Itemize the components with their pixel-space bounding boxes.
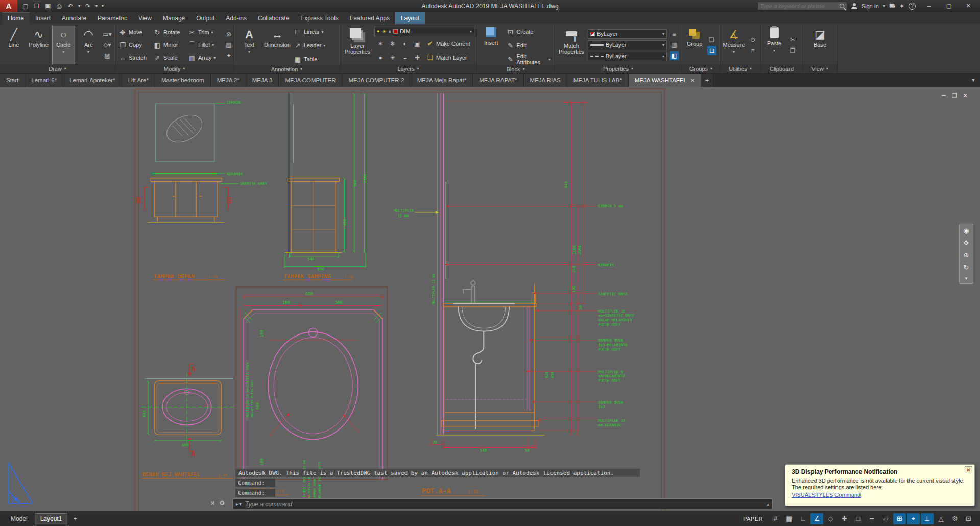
sign-in-button[interactable]: Sign In	[862, 3, 879, 9]
file-tab[interactable]: Master bedroom✕	[155, 74, 211, 87]
new-tab-button[interactable]: +	[701, 74, 713, 87]
snap-icon[interactable]: ▦	[783, 513, 796, 524]
table-button[interactable]: ▦Table	[292, 53, 327, 65]
tab-overflow-icon[interactable]: ▼	[967, 74, 980, 87]
erase-icon[interactable]: ⊘	[224, 30, 233, 39]
redo-caret-icon[interactable]: ▾	[94, 1, 99, 11]
line-button[interactable]: ╱Line	[2, 26, 26, 64]
file-tab[interactable]: Start✕	[0, 74, 25, 87]
lineweight-dropdown[interactable]: ByLayer▾	[588, 40, 667, 50]
selection-cycling-icon[interactable]: ⊞	[893, 513, 906, 524]
layer-unisolate-icon[interactable]: ◒	[400, 53, 410, 62]
ribbon-tab[interactable]: Manage	[157, 12, 190, 24]
minimize-button[interactable]: ─	[920, 0, 939, 12]
layer-thaw-all-icon[interactable]: ☀	[388, 53, 397, 62]
sign-in-caret-icon[interactable]: ▾	[883, 4, 885, 8]
transparency-display-icon[interactable]: ▱	[879, 513, 892, 524]
panel-label-layers[interactable]: Layers▾	[340, 64, 476, 73]
full-navigation-wheel-icon[interactable]: ◉	[963, 227, 969, 234]
drawing-minimize-icon[interactable]: ─	[942, 92, 946, 99]
ribbon-tab[interactable]: Parametric	[92, 12, 133, 24]
panel-label-properties[interactable]: Properties▾	[555, 64, 682, 73]
panel-label-annotation[interactable]: Annotation▾	[234, 65, 340, 73]
autocad-logo-icon[interactable]: A	[0, 0, 17, 12]
properties-toggle-icon[interactable]: ◧	[670, 51, 679, 60]
command-input[interactable]	[245, 500, 763, 508]
mirror-button[interactable]: ◧Mirror	[152, 39, 187, 52]
paper-space-toggle[interactable]: PAPER	[743, 516, 763, 522]
file-tab[interactable]: MEJA COMPUTER-2✕	[342, 74, 411, 87]
array-button[interactable]: ▦Array▾	[187, 52, 222, 64]
navbar-more-icon[interactable]: ▾	[965, 276, 968, 281]
ribbon-tab[interactable]: Collaborate	[252, 12, 295, 24]
user-icon[interactable]	[851, 3, 857, 9]
file-tab[interactable]: MEJA WASHTAFEL✕	[629, 74, 702, 87]
command-prompt-icon[interactable]: ▸▾	[236, 501, 242, 507]
new-file-icon[interactable]: ▢	[20, 1, 31, 11]
stay-connected-icon[interactable]: ✦	[899, 3, 904, 10]
insert-button[interactable]: Insert	[479, 26, 503, 65]
search-box[interactable]	[757, 2, 847, 10]
match-properties-button[interactable]: Match Properties	[557, 26, 586, 64]
group-button[interactable]: Group	[684, 26, 705, 64]
make-current-button[interactable]: ✔Make Current	[425, 40, 471, 48]
ortho-icon[interactable]: ∟	[797, 513, 809, 524]
cut-icon[interactable]: ✂	[788, 35, 797, 44]
id-point-icon[interactable]: ⊙	[748, 35, 757, 44]
fillet-button[interactable]: ⌒Fillet▾	[187, 39, 222, 52]
layer-isolate-icon[interactable]: ◐	[400, 39, 410, 49]
grid-icon[interactable]: #	[769, 513, 782, 524]
ribbon-tab[interactable]: Insert	[30, 12, 56, 24]
panel-label-modify[interactable]: Modify▾	[115, 64, 233, 73]
drawing-restore-icon[interactable]: ❐	[952, 92, 957, 99]
scale-button[interactable]: ⇗Scale	[152, 52, 187, 64]
lineweight-display-icon[interactable]: ━	[866, 513, 878, 524]
qat-menu-icon[interactable]: ▾	[100, 1, 105, 11]
group-selection-icon[interactable]: ⊟	[707, 46, 716, 55]
layer-freeze-icon[interactable]: ❄	[388, 39, 397, 49]
ungroup-icon[interactable]: ❑	[707, 35, 716, 44]
panel-label-utilities[interactable]: Utilities▾	[720, 64, 760, 73]
layer-state-icon[interactable]: ▣	[413, 39, 422, 49]
file-tab[interactable]: MEJA TULIS LAB*✕	[567, 74, 629, 87]
undo-icon[interactable]: ↶	[65, 1, 76, 11]
orbit-icon[interactable]: ↻	[964, 264, 969, 271]
open-file-icon[interactable]: ❒	[32, 1, 42, 11]
quick-select-icon[interactable]: ≡	[748, 46, 757, 55]
undo-caret-icon[interactable]: ▾	[77, 1, 82, 11]
dimension-button[interactable]: ↔Dimension	[264, 26, 291, 65]
text-button[interactable]: AText▾	[236, 26, 262, 65]
measure-button[interactable]: ∡Measure▾	[722, 26, 746, 64]
help-icon[interactable]: ?	[909, 3, 916, 10]
explode-icon[interactable]: ▧	[224, 40, 233, 50]
edit-attributes-button[interactable]: ✎Edit Attributes▾	[505, 53, 552, 65]
ribbon-tab[interactable]: Annotate	[56, 12, 92, 24]
panel-label-clipboard[interactable]: Clipboard	[761, 64, 802, 73]
panel-label-draw[interactable]: Draw▾	[0, 64, 115, 73]
3d-object-snap-icon[interactable]: ⌖	[907, 513, 920, 524]
circle-button[interactable]: ○Circle▾	[52, 26, 76, 64]
file-tab[interactable]: MEJA RIAS✕	[524, 74, 567, 87]
clean-screen-icon[interactable]: ⊡	[962, 513, 975, 524]
app-store-icon[interactable]: ⛟	[889, 3, 895, 10]
customization-gear-icon[interactable]: ⚙	[948, 513, 961, 524]
file-tab[interactable]: Lemari-6*✕	[25, 74, 63, 87]
layer-dropdown[interactable]: ● ☀ ∎ DIM ▾	[374, 27, 474, 36]
panel-label-block[interactable]: Block▾	[477, 65, 554, 73]
model-tab[interactable]: Model	[5, 513, 33, 524]
file-tab[interactable]: MEJA 3✕	[246, 74, 279, 87]
layout1-tab[interactable]: Layout1	[35, 513, 68, 524]
match-layer-button[interactable]: ❏Match Layer	[425, 54, 468, 62]
linear-button[interactable]: ⊢Linear▾	[292, 26, 327, 38]
command-customize-icon[interactable]: ⚙	[219, 499, 225, 507]
copy-clip-icon[interactable]: ❐	[788, 46, 797, 55]
new-layout-button[interactable]: +	[69, 514, 81, 524]
panel-label-view[interactable]: View▾	[803, 64, 837, 73]
close-button[interactable]: ✕	[959, 0, 978, 12]
ellipse-icon[interactable]: ◇▾	[103, 40, 112, 50]
edit-block-button[interactable]: ✎Edit	[505, 39, 552, 52]
linetype-dropdown[interactable]: ByLayer▾	[588, 52, 667, 61]
ribbon-tab[interactable]: Featured Apps	[344, 12, 395, 24]
command-collapse-icon[interactable]: ▴	[767, 501, 769, 507]
trim-button[interactable]: ✂Trim▾	[187, 26, 222, 39]
